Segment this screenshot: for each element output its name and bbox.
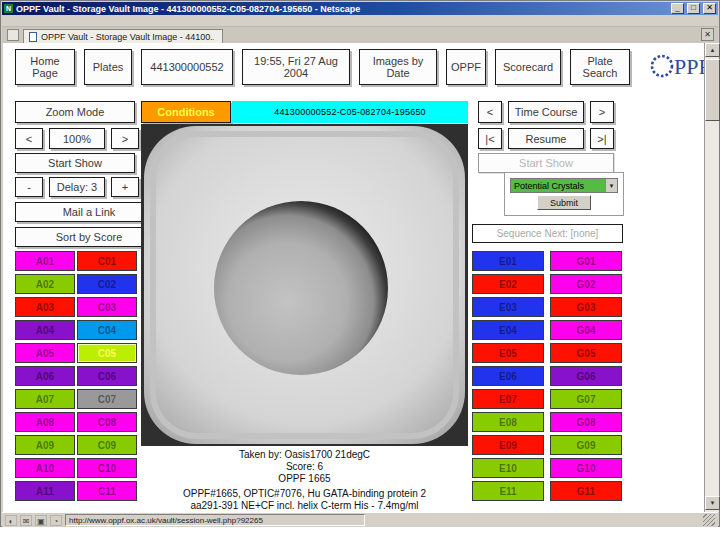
zoom-mode-button[interactable]: Zoom Mode	[15, 101, 135, 123]
resume-button[interactable]: Resume	[508, 128, 584, 149]
delay-plus-button[interactable]: +	[111, 177, 139, 197]
well-button[interactable]: C06	[77, 366, 137, 386]
well-button[interactable]: A03	[15, 297, 75, 317]
well-button[interactable]: C01	[77, 251, 137, 271]
well-button[interactable]: C04	[77, 320, 137, 340]
timecourse-button[interactable]: Time Course	[508, 101, 584, 123]
well-button[interactable]: A11	[15, 481, 75, 501]
protein-line1: OPPF#1665, OPTIC#7076, Hu GATA-binding p…	[141, 488, 468, 500]
well-button[interactable]: E08	[472, 412, 544, 432]
well-button[interactable]: G07	[550, 389, 622, 409]
timecourse-next-button[interactable]: >	[590, 101, 614, 123]
well-column-e: E01E02E03E04E05E06E07E08E09E10E11	[472, 251, 544, 501]
oppf-logo-graphic: PPF	[649, 48, 711, 84]
well-button[interactable]: A07	[15, 389, 75, 409]
well-button[interactable]: A09	[15, 435, 75, 455]
well-button[interactable]: G03	[550, 297, 622, 317]
timecourse-prev-button[interactable]: <	[478, 101, 502, 123]
timecourse-first-button[interactable]: |<	[478, 128, 502, 149]
image-id-strip: 441300000552-C05-082704-195650	[232, 101, 468, 123]
well-button[interactable]: C11	[77, 481, 137, 501]
score-panel: Potential Crystals ▼ Submit	[504, 172, 624, 216]
well-button[interactable]: A08	[15, 412, 75, 432]
well-button[interactable]: C08	[77, 412, 137, 432]
start-show-right-button: Start Show	[478, 153, 614, 173]
well-button[interactable]: E04	[472, 320, 544, 340]
scrollbar-thumb[interactable]	[705, 59, 720, 121]
well-button[interactable]: C05	[77, 343, 137, 363]
maximize-button[interactable]: □	[687, 3, 700, 14]
well-button[interactable]: E06	[472, 366, 544, 386]
well-button[interactable]: A01	[15, 251, 75, 271]
browser-tab[interactable]: OPPF Vault - Storage Vault Image - 44100…	[23, 29, 223, 43]
score-select[interactable]: Potential Crystals ▼	[510, 178, 618, 193]
well-image[interactable]	[141, 124, 468, 446]
well-button[interactable]: G01	[550, 251, 622, 271]
well-button[interactable]: A10	[15, 458, 75, 478]
scroll-down-icon[interactable]: ▼	[705, 496, 720, 510]
oppf-button[interactable]: OPPF	[446, 49, 486, 85]
security-icon[interactable]: ▣	[35, 515, 47, 526]
well-button[interactable]: C07	[77, 389, 137, 409]
well-button[interactable]: A02	[15, 274, 75, 294]
images-by-date-button[interactable]: Images by Date	[359, 49, 437, 85]
home-page-button[interactable]: Home Page	[15, 49, 75, 85]
clock-icon[interactable]: ◔	[50, 515, 62, 526]
delay-minus-button[interactable]: -	[15, 177, 43, 197]
resize-grip[interactable]	[703, 514, 715, 526]
well-button[interactable]: C03	[77, 297, 137, 317]
status-url: http://www.oppf.ox.ac.uk/vault/session-w…	[65, 514, 365, 526]
close-button[interactable]: ✕	[703, 3, 716, 14]
crystallization-drop	[214, 201, 388, 375]
well-column-c: C01C02C03C04C05C06C07C08C09C10C11	[77, 251, 137, 501]
title-bar[interactable]: N OPPF Vault - Storage Vault Image - 441…	[2, 2, 718, 15]
oppf-logo-ring	[652, 56, 672, 76]
plates-button[interactable]: Plates	[84, 49, 132, 85]
well-button[interactable]: G06	[550, 366, 622, 386]
well-button[interactable]: G08	[550, 412, 622, 432]
well-button[interactable]: E07	[472, 389, 544, 409]
well-button[interactable]: C02	[77, 274, 137, 294]
well-button[interactable]: E03	[472, 297, 544, 317]
zoom-prev-button[interactable]: <	[15, 128, 43, 149]
mail-icon[interactable]: ✉	[20, 515, 32, 526]
globe-icon[interactable]: ◐	[5, 515, 17, 526]
scorecard-button[interactable]: Scorecard	[495, 49, 561, 85]
taken-by-text: Taken by: Oasis1700 21degC	[141, 449, 468, 461]
well-button[interactable]: C10	[77, 458, 137, 478]
well-button[interactable]: E01	[472, 251, 544, 271]
well-button[interactable]: G10	[550, 458, 622, 478]
minimize-button[interactable]: _	[671, 3, 684, 14]
well-button[interactable]: G11	[550, 481, 622, 501]
plate-search-button[interactable]: Plate Search	[570, 49, 630, 85]
zoom-level-button[interactable]: 100%	[49, 128, 105, 149]
scroll-up-icon[interactable]: ▲	[705, 43, 720, 57]
datetime-button[interactable]: 19:55, Fri 27 Aug 2004	[242, 49, 350, 85]
well-button[interactable]: G09	[550, 435, 622, 455]
sequence-next-box: Sequence Next: [none]	[472, 224, 623, 243]
conditions-button[interactable]: Conditions	[141, 101, 231, 123]
start-show-button[interactable]: Start Show	[15, 153, 135, 173]
well-button[interactable]: A04	[15, 320, 75, 340]
well-button[interactable]: E11	[472, 481, 544, 501]
plate-id-button[interactable]: 441300000552	[141, 49, 233, 85]
well-button[interactable]: G05	[550, 343, 622, 363]
vertical-scrollbar[interactable]: ▲ ▼	[704, 43, 719, 512]
zoom-next-button[interactable]: >	[111, 128, 139, 149]
delay-value-button[interactable]: Delay: 3	[49, 177, 105, 197]
chevron-down-icon[interactable]: ▼	[605, 179, 617, 192]
status-bar: ◐ ✉ ▣ ◔ http://www.oppf.ox.ac.uk/vault/s…	[2, 512, 718, 527]
well-button[interactable]: G04	[550, 320, 622, 340]
well-button[interactable]: C09	[77, 435, 137, 455]
submit-button[interactable]: Submit	[537, 195, 591, 210]
timecourse-last-button[interactable]: >|	[590, 128, 614, 149]
well-button[interactable]: A05	[15, 343, 75, 363]
tab-close-button[interactable]: ✕	[701, 28, 714, 41]
well-button[interactable]: E05	[472, 343, 544, 363]
well-button[interactable]: E10	[472, 458, 544, 478]
well-button[interactable]: G02	[550, 274, 622, 294]
well-button[interactable]: E02	[472, 274, 544, 294]
well-button[interactable]: E09	[472, 435, 544, 455]
well-button[interactable]: A06	[15, 366, 75, 386]
menu-strip	[2, 15, 718, 27]
